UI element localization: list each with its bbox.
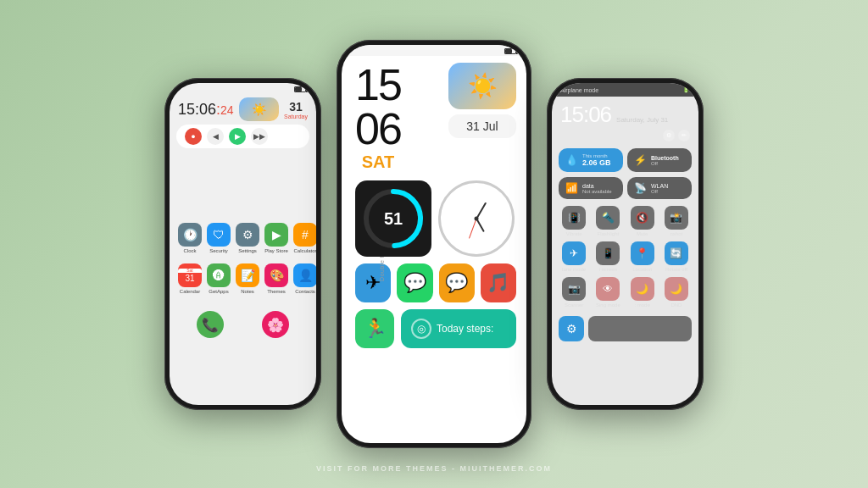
- p2-app-messages[interactable]: 💬: [439, 263, 475, 302]
- p3-tiles-row2: 📶 data Not available 📡 WLAN Off: [552, 174, 698, 202]
- p1-playstore-label: Play Store: [264, 248, 288, 253]
- p3-iscreen-icon: 📱: [596, 241, 620, 265]
- p3-plane-label: lane mode: [562, 267, 586, 272]
- p3-mute-label: Mute: [637, 231, 648, 236]
- p3-wlan-info: WLAN Off: [651, 183, 668, 194]
- p3-dnd-icon: 🌙: [665, 277, 688, 301]
- p1-play-button[interactable]: ▶: [229, 128, 246, 145]
- p1-app-contacts[interactable]: 👤 Contacts: [293, 263, 316, 294]
- p1-contacts-label: Contacts: [295, 289, 315, 294]
- p1-app-calendar[interactable]: Sat 31 Calendar: [178, 263, 202, 294]
- p3-flashlight-icon: 🔦: [596, 206, 620, 230]
- p3-grid-singmode[interactable]: 👁 Sing mode: [593, 277, 623, 308]
- p1-clock-icon: 🕐: [178, 223, 202, 247]
- p3-tile-mobile-data[interactable]: 📶 data Not available: [559, 177, 623, 199]
- p1-app-notes[interactable]: 📝 Notes: [236, 263, 259, 294]
- p3-grid-mute[interactable]: 🔇 Mute: [627, 206, 658, 236]
- p3-singmode-icon: 👁: [596, 277, 620, 301]
- p1-getapps-label: GetApps: [209, 289, 228, 294]
- p2-app-whatsapp[interactable]: 💬: [397, 263, 432, 302]
- p2-top-row: 15 06 SAT ☀️ 31 Jul: [355, 63, 516, 174]
- phone-2-screen: Double tap change Style 15 06 SAT ☀️ 31 …: [342, 45, 526, 443]
- p1-phone-app[interactable]: 📞: [197, 311, 224, 338]
- p1-app-calculator[interactable]: # Calculator: [293, 223, 316, 253]
- p3-grid-vibrate[interactable]: 📳 Vibrate: [559, 206, 589, 236]
- p2-minutes: 06: [355, 107, 401, 151]
- p3-data-icon: 💧: [565, 154, 578, 166]
- p3-grid-location[interactable]: 📍 Location: [627, 241, 658, 272]
- p3-date: Saturday, July 31: [616, 116, 668, 124]
- p3-grid-3: 📷 Scanner 👁 Sing mode 🌙 : mode 🌙 DND: [552, 275, 698, 309]
- watermark: VISIT FOR MORE THEMES - MIUITHEMER.COM: [316, 464, 552, 473]
- p3-screenshot-label: nshot: [670, 231, 683, 236]
- p3-settings-button[interactable]: ⚙: [559, 316, 584, 341]
- p3-icons-row: ⚙ ✏: [552, 130, 698, 145]
- p1-calculator-icon: #: [293, 223, 316, 247]
- p1-next-button[interactable]: ▶▶: [251, 128, 268, 145]
- p3-grid-plane[interactable]: ✈ lane mode: [559, 241, 589, 272]
- p2-main-content: 15 06 SAT ☀️ 31 Jul: [342, 56, 526, 355]
- p1-weather-gradient: ☀️: [239, 97, 279, 121]
- p2-clock-row: 51: [355, 180, 516, 257]
- phone-2: Double tap change Style 15 06 SAT ☀️ 31 …: [337, 40, 531, 448]
- p3-tile-data[interactable]: 💧 This month 2.06 GB: [559, 148, 623, 172]
- p3-grid-dnd[interactable]: 🌙 DND: [661, 277, 692, 308]
- p3-wlan-icon: 📡: [634, 182, 647, 194]
- p2-status-bar: [342, 45, 526, 56]
- p1-app-getapps[interactable]: 🅐 GetApps: [207, 263, 231, 294]
- p1-settings-label: Settings: [238, 248, 257, 253]
- p3-mdata-label: data: [582, 183, 612, 189]
- p3-grid-mode[interactable]: 🌙 : mode: [627, 277, 658, 308]
- p2-steps-row: 🏃 ◎ Today steps:: [355, 309, 516, 348]
- p3-status-bar: Airplane mode 🔋: [552, 83, 698, 97]
- p3-grid-rotate[interactable]: 🔄 Rotate off: [661, 241, 692, 272]
- p2-progress-number: 51: [384, 209, 403, 229]
- p3-tile-bluetooth[interactable]: ⚡ Bluetooth Off: [627, 148, 692, 172]
- p3-grid-scanner[interactable]: 📷 Scanner: [559, 277, 589, 308]
- p1-app-security[interactable]: 🛡 Security: [207, 223, 231, 253]
- p1-themes-icon: 🎨: [264, 263, 288, 287]
- p3-wlan-status: Off: [651, 189, 668, 194]
- p3-mode-icon: 🌙: [631, 277, 654, 301]
- p1-calendar-icon: Sat 31: [178, 263, 202, 287]
- p3-settings-small-icon[interactable]: ⚙: [663, 130, 675, 141]
- p3-grid-1: 📳 Vibrate 🔦 Flashlight 🔇 Mute 📸 nshot: [552, 202, 698, 240]
- p1-bottom-row: 📞 🌸: [170, 306, 316, 343]
- p3-tiles-row1: 💧 This month 2.06 GB ⚡ Bluetooth Off: [552, 145, 698, 175]
- p2-app-telegram[interactable]: ✈: [355, 263, 391, 302]
- p1-app-settings[interactable]: ⚙ Settings: [236, 223, 259, 253]
- p3-wlan-label: WLAN: [651, 183, 668, 189]
- p3-grid-flashlight[interactable]: 🔦 Flashlight: [593, 206, 623, 236]
- p3-dnd-label: DND: [670, 302, 682, 308]
- p2-sec-hand: [469, 219, 476, 239]
- p3-grid-iscreen[interactable]: 📱 i screen: [593, 241, 623, 272]
- p1-app-themes[interactable]: 🎨 Themes: [264, 263, 288, 294]
- p1-clock-row: 15:06:24 ☀️ 31 Saturday: [170, 94, 316, 125]
- p2-day: SAT: [355, 151, 401, 174]
- p1-status-bar: [170, 83, 316, 94]
- p2-app-music[interactable]: 🎵: [481, 263, 516, 302]
- p1-weather-widget[interactable]: ☀️: [239, 97, 279, 121]
- p1-notes-icon: 📝: [236, 263, 259, 287]
- p1-status-right: [294, 86, 306, 92]
- p1-prev-button[interactable]: ◀: [207, 128, 224, 145]
- p2-fingerprint-icon: ◎: [411, 319, 431, 339]
- p3-tile-wlan[interactable]: 📡 WLAN Off: [627, 177, 692, 199]
- p3-search-bar[interactable]: [588, 316, 692, 341]
- p1-music-row: ● ◀ ▶ ▶▶: [176, 125, 309, 148]
- p1-battery-icon: [294, 86, 306, 92]
- p2-time-block: 15 06 SAT: [355, 63, 401, 174]
- p1-contacts-icon: 👤: [293, 263, 316, 287]
- p3-grid-screenshot[interactable]: 📸 nshot: [661, 206, 692, 236]
- p2-analog-clock: [438, 180, 515, 257]
- p1-app-playstore[interactable]: ▶ Play Store: [264, 223, 288, 253]
- p1-app-grid-row2: Sat 31 Calendar 🅐 GetApps 📝 Notes: [170, 260, 316, 297]
- p1-app-clock[interactable]: 🕐 Clock: [178, 223, 202, 253]
- p1-gallery-app[interactable]: 🌸: [262, 311, 289, 338]
- p3-bluetooth-status: Off: [651, 161, 679, 166]
- p3-edit-icon[interactable]: ✏: [678, 130, 690, 141]
- p3-vibrate-label: Vibrate: [566, 231, 582, 236]
- p1-date-num: 31: [289, 100, 303, 114]
- p3-data-label: This month: [582, 153, 611, 158]
- p1-security-label: Security: [209, 248, 228, 253]
